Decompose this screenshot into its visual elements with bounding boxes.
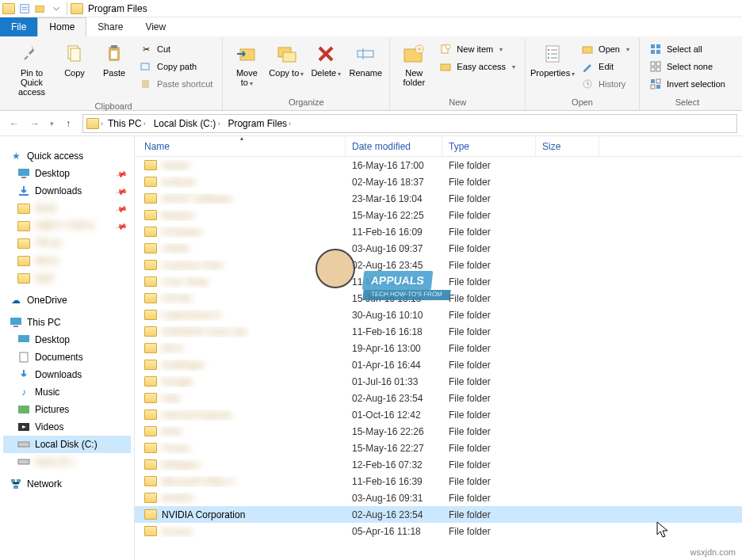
recent-locations-button[interactable]: ▾ <box>46 114 57 133</box>
select-all-button[interactable]: Select all <box>644 41 730 57</box>
file-type: File folder <box>442 426 536 437</box>
new-folder-button[interactable]: New folder <box>395 38 433 90</box>
tree-downloads[interactable]: Downloads <box>3 366 131 383</box>
file-row[interactable]: Bonjour15-May-16 22:25File folder <box>135 207 742 223</box>
tree-videos[interactable]: Videos <box>3 418 131 436</box>
back-button[interactable]: ← <box>5 114 24 133</box>
tree-pictures[interactable]: Pictures <box>3 401 131 418</box>
file-row[interactable]: DAEMON Tools Lite11-Feb-16 16:18File fol… <box>135 323 742 340</box>
file-row[interactable]: NVIDIA Corporation02-Aug-16 23:54File fo… <box>135 506 742 523</box>
file-row[interactable]: AVAST Software23-Mar-16 19:04File folder <box>135 190 742 207</box>
tab-view[interactable]: View <box>134 17 177 36</box>
ribbon: Pin to Quick access Copy Paste ✂Cut Copy… <box>0 36 742 111</box>
tree-network[interactable]: Network <box>3 475 131 493</box>
select-none-button[interactable]: Select none <box>644 59 730 74</box>
file-row[interactable]: Core Temp11-Mar-16 13:01File folder <box>135 273 742 290</box>
file-row[interactable]: CMAK03-Aug-16 09:37File folder <box>135 240 742 257</box>
paste-shortcut-button[interactable]: Paste shortcut <box>135 76 217 92</box>
pin-to-quick-access-button[interactable]: Pin to Quick access <box>10 38 54 100</box>
move-to-button[interactable]: Move to▾ <box>228 38 266 91</box>
svg-rect-45 <box>18 459 29 464</box>
file-row[interactable]: NVIDIA03-Aug-16 09:31File folder <box>135 490 742 506</box>
tree-onedrive[interactable]: ☁OneDrive <box>3 291 131 309</box>
file-date: 11-Mar-16 13:01 <box>346 276 442 288</box>
music-icon: ♪ <box>17 386 30 398</box>
file-row[interactable]: CCleaner11-Feb-16 16:09File folder <box>135 223 742 240</box>
file-row[interactable]: Google01-Jul-16 01:33File folder <box>135 373 742 390</box>
copy-to-button[interactable]: Copy to▾ <box>267 38 305 82</box>
file-row[interactable]: Adobe16-May-16 17:00File folder <box>135 157 742 173</box>
address-bar[interactable]: › This PC› Local Disk (C:)› Program File… <box>82 114 737 133</box>
tab-share[interactable]: Share <box>86 17 134 36</box>
tree-pinned-1[interactable]: Work📌 <box>3 200 131 217</box>
column-headers: Name▴ Date modified Type Size <box>135 136 742 157</box>
tab-file[interactable]: File <box>0 17 37 36</box>
tree-music[interactable]: ♪Music <box>3 383 131 401</box>
history-button[interactable]: History <box>576 76 634 92</box>
crumb-local-disk[interactable]: Local Disk (C:)› <box>151 115 224 132</box>
tree-pinned-4[interactable]: demo <box>3 252 131 269</box>
file-row[interactable]: CPUID15-Jun-16 13:13File folder <box>135 290 742 307</box>
copy-button[interactable]: Copy <box>55 38 94 81</box>
tree-downloads-pinned[interactable]: Downloads📌 <box>3 182 131 200</box>
column-date[interactable]: Date modified <box>346 136 442 156</box>
file-row[interactable]: Common Files02-Aug-16 23:45File folder <box>135 257 742 273</box>
tree-documents[interactable]: Documents <box>3 349 131 366</box>
file-name: Microsoft Office 1 <box>162 476 235 487</box>
invert-selection-button[interactable]: Invert selection <box>644 76 730 92</box>
easy-access-button[interactable]: Easy access▾ <box>434 59 520 74</box>
tree-pinned-2[interactable]: ABBYY PDFU📌 <box>3 217 131 234</box>
up-button[interactable]: ↑ <box>59 114 78 133</box>
column-type[interactable]: Type <box>442 136 536 156</box>
file-row[interactable]: DraftSight01-Apr-16 16:44File folder <box>135 356 742 373</box>
new-item-button[interactable]: New item▾ <box>434 41 520 57</box>
delete-button[interactable]: Delete▾ <box>307 38 345 82</box>
edit-button[interactable]: Edit <box>576 59 634 74</box>
file-row[interactable]: iTunes15-May-16 22:27File folder <box>135 440 742 456</box>
properties-qat-icon[interactable] <box>17 2 32 16</box>
file-row[interactable]: DIFX19-Apr-16 13:00File folder <box>135 340 742 356</box>
cut-button[interactable]: ✂Cut <box>135 41 217 57</box>
new-folder-qat-icon[interactable] <box>33 2 48 16</box>
tree-desktop[interactable]: Desktop <box>3 331 131 349</box>
tree-extra-drive[interactable]: Data (D:) <box>3 453 131 470</box>
properties-button[interactable]: Properties▾ <box>530 38 575 82</box>
forward-button[interactable]: → <box>25 114 44 133</box>
file-row[interactable]: CyberGhost 530-Aug-16 10:10File folder <box>135 307 742 323</box>
svg-rect-42 <box>18 406 29 413</box>
svg-rect-11 <box>283 52 296 62</box>
navigation-tree[interactable]: ★Quick access Desktop📌 Downloads📌 Work📌 … <box>0 136 135 560</box>
tree-local-disk[interactable]: Local Disk (C:) <box>3 436 131 453</box>
paste-button[interactable]: Paste <box>95 38 133 81</box>
copy-path-button[interactable]: Copy path <box>135 59 217 74</box>
file-row[interactable]: iPod15-May-16 22:26File folder <box>135 423 742 440</box>
file-row[interactable]: Microsoft Office 111-Feb-16 16:39File fo… <box>135 473 742 490</box>
crumb-this-pc[interactable]: This PC› <box>105 115 149 132</box>
column-name[interactable]: Name▴ <box>135 136 346 156</box>
file-name: Internet Explorer <box>162 410 232 421</box>
file-explorer-icon[interactable] <box>2 2 16 16</box>
column-size[interactable]: Size <box>536 136 599 156</box>
file-type: File folder <box>442 476 536 487</box>
tree-desktop-pinned[interactable]: Desktop📌 <box>3 165 131 182</box>
file-row[interactable]: Internet Explorer01-Oct-16 12:42File fol… <box>135 406 742 423</box>
file-row[interactable]: KMSpico12-Feb-16 07:32File folder <box>135 456 742 473</box>
tree-pinned-3[interactable]: Tiff ed <box>3 234 131 252</box>
properties-label: Properties▾ <box>530 68 575 78</box>
open-button[interactable]: Open▾ <box>576 41 634 57</box>
tab-home[interactable]: Home <box>37 17 86 36</box>
rename-button[interactable]: Rename <box>346 38 384 81</box>
tree-quick-access[interactable]: ★Quick access <box>3 147 131 165</box>
qat-dropdown-icon[interactable] <box>49 2 63 16</box>
file-row[interactable]: Intel02-Aug-16 23:54File folder <box>135 390 742 406</box>
file-type: File folder <box>442 509 536 520</box>
paste-shortcut-label: Paste shortcut <box>157 79 212 89</box>
crumb-program-files[interactable]: Program Files› <box>224 115 294 132</box>
tree-pinned-5[interactable]: Split <box>3 269 131 287</box>
tree-this-pc[interactable]: This PC <box>3 314 131 331</box>
main-area: ★Quick access Desktop📌 Downloads📌 Work📌 … <box>0 136 742 560</box>
file-row[interactable]: Oculus05-Apr-16 11:18File folder <box>135 523 742 539</box>
file-row[interactable]: Android02-May-16 18:37File folder <box>135 173 742 190</box>
file-list: Name▴ Date modified Type Size Adobe16-Ma… <box>135 136 742 560</box>
folder-icon <box>144 493 157 503</box>
